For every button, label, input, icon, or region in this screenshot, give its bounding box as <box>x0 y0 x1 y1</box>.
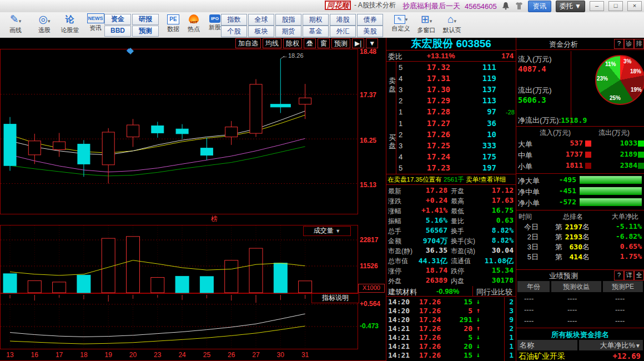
market-button-美股[interactable]: 美股 <box>357 26 383 37</box>
chart-button[interactable]: 除权 <box>283 38 302 48</box>
forum-tool[interactable]: 论 论股堂 <box>57 13 83 34</box>
tick-row[interactable]: 14:2117.2620↑2 <box>386 324 516 333</box>
market-button-债券[interactable]: 债券 <box>357 14 383 26</box>
tick-row[interactable]: 14:2017.265↑3 <box>386 306 516 315</box>
market-button-外汇[interactable]: 外汇 <box>330 26 356 37</box>
chart-button[interactable]: 叠 <box>304 38 316 48</box>
market-button-期货[interactable]: 期货 <box>275 26 301 37</box>
detail-button[interactable]: 详 <box>624 270 634 280</box>
tick-row[interactable]: 14:2117.2620↓1 <box>386 342 516 350</box>
help-button[interactable]: ? <box>614 39 624 49</box>
news-button[interactable]: 资讯 <box>528 1 551 12</box>
market-button-全球[interactable]: 全球 <box>248 14 274 26</box>
sell-row[interactable]: 117.2897-28 <box>396 107 516 118</box>
market-button-股指[interactable]: 股指 <box>275 14 301 26</box>
forecast-row: ------------ <box>516 304 644 315</box>
tick-time: 14:20 <box>388 315 410 324</box>
order-alert[interactable]: 在卖盘17.35位置有 2561手 卖单!查看详细 <box>386 174 516 185</box>
chart-button[interactable]: 窗 <box>318 38 330 48</box>
industry-compare-link[interactable]: 同行业比较 <box>476 287 512 297</box>
sector-row-name[interactable]: 石油矿业开采 <box>519 352 565 361</box>
tick-row[interactable]: 14:2117.2615↓1 <box>386 350 516 359</box>
volume-indicator-selector[interactable]: 成交量 ▼ <box>303 226 351 236</box>
rank-tag[interactable]: 榜 <box>211 214 218 224</box>
forecast-button[interactable]: 预测 <box>132 26 159 37</box>
bell-icon[interactable] <box>501 2 510 11</box>
chevron-down-icon[interactable]: ▾ <box>430 18 432 24</box>
order-volume: 175 <box>482 152 496 161</box>
order-level: 5 <box>399 164 402 172</box>
tick-row[interactable]: 14:2017.24291↓9 <box>386 315 516 324</box>
restore-button[interactable]: □ <box>608 1 623 11</box>
promo-text[interactable]: 抄底福利最后一天 <box>402 1 460 11</box>
research-button[interactable]: 研报 <box>132 14 159 25</box>
stat-label: 最低 <box>451 207 464 216</box>
order-volume: 137 <box>482 85 496 94</box>
industry-row[interactable]: 建筑材料 -0.98% 同行业比较 <box>386 286 516 297</box>
sector-ratio-header[interactable]: 大单净比%▼ <box>579 340 643 350</box>
sector-name-header[interactable]: 名称 <box>517 340 577 350</box>
sell-side-label: 卖盘 <box>389 77 396 93</box>
order-price: 17.25 <box>427 141 450 150</box>
minimize-button[interactable]: – <box>590 1 604 11</box>
draw-line-tool[interactable]: ✎▾ 画线 <box>3 13 28 34</box>
buy-row[interactable]: 517.23197 <box>396 163 516 174</box>
chart-button[interactable]: 加自选 <box>235 38 261 48</box>
hot-tool[interactable]: HOT 热点 <box>183 13 204 33</box>
svg-text:13: 13 <box>6 351 14 359</box>
funds-button[interactable]: 资金 <box>104 14 131 25</box>
weicha-value: 174 <box>501 52 514 60</box>
tick-row[interactable]: 14:2117.265↓1 <box>386 333 516 342</box>
chart-button[interactable]: 预测 <box>331 38 350 48</box>
divider <box>516 269 644 270</box>
kline-chart[interactable]: 13161718192023242526273031 <box>0 38 386 361</box>
help-button[interactable]: ? <box>614 270 624 280</box>
chart-button[interactable]: ▼ <box>366 38 378 48</box>
rank-button[interactable]: 排 <box>634 39 644 49</box>
close-button[interactable]: × <box>627 1 642 11</box>
tick-row[interactable]: 14:2017.2615↓2 <box>386 297 516 306</box>
market-button-期权[interactable]: 期权 <box>303 14 329 26</box>
chart-button[interactable]: 均线 <box>263 38 281 48</box>
indicator-help-button[interactable]: 指标说明 <box>311 293 359 303</box>
buy-row[interactable]: 217.2610 <box>396 129 516 141</box>
buy-side-label: 买盘 <box>389 133 396 150</box>
market-button-基金[interactable]: 基金 <box>303 26 329 37</box>
tick-count: 3 <box>509 307 514 315</box>
diagnose-button[interactable]: 诊 <box>624 39 634 49</box>
buy-row[interactable]: 417.24175 <box>396 152 516 163</box>
buy-row[interactable]: 117.2736 <box>396 118 516 129</box>
chevron-down-icon[interactable]: ▾ <box>48 18 51 24</box>
sell-row[interactable]: 417.31119 <box>396 73 516 84</box>
default-page-tool[interactable]: ⌂▾ 默认页 <box>440 13 464 34</box>
market-button-港股[interactable]: 港股 <box>330 14 356 26</box>
bbd-button[interactable]: BBD <box>104 26 131 37</box>
pie-label: 19% <box>631 87 642 93</box>
stat-label: 外盘 <box>388 277 401 286</box>
chart-button[interactable]: ▶| <box>352 38 364 48</box>
buy-row[interactable]: 317.25333 <box>396 141 516 152</box>
ranking-number: 2193 <box>562 233 582 241</box>
stock-picker-tool[interactable]: ◎▾ 选股 <box>32 13 57 34</box>
data-tool[interactable]: PE 数据 <box>161 13 185 33</box>
all-button[interactable]: 全 <box>634 270 644 280</box>
chevron-down-icon[interactable]: ▾ <box>454 18 456 24</box>
chevron-down-icon[interactable]: ▾ <box>405 17 408 22</box>
stock-title[interactable]: 东宏股份 603856 <box>386 38 516 51</box>
sell-row[interactable]: 217.29113 <box>396 96 516 107</box>
trade-button[interactable]: 委托 ▼ <box>556 1 585 12</box>
sell-row[interactable]: 517.32111 <box>396 62 516 73</box>
market-button-板块[interactable]: 板块 <box>248 26 274 37</box>
customize-tool[interactable]: ✎▾ 自定义 <box>389 13 413 33</box>
chevron-down-icon[interactable]: ▾ <box>19 18 22 24</box>
fund-inflow: 1737 <box>566 150 583 158</box>
shirt-icon[interactable] <box>515 2 524 11</box>
multi-window-tool[interactable]: ⊞▾ 多窗口 <box>414 13 439 34</box>
event-diamond-marker[interactable]: ◆ <box>127 47 131 54</box>
market-button-指数[interactable]: 指数 <box>221 14 247 26</box>
stat-label: 市盈(动) <box>451 247 475 256</box>
market-button-个股[interactable]: 个股 <box>221 26 247 37</box>
net-bar <box>580 176 642 184</box>
sell-row[interactable]: 317.30137 <box>396 84 516 96</box>
fund-outflow: 2384 <box>620 161 637 169</box>
